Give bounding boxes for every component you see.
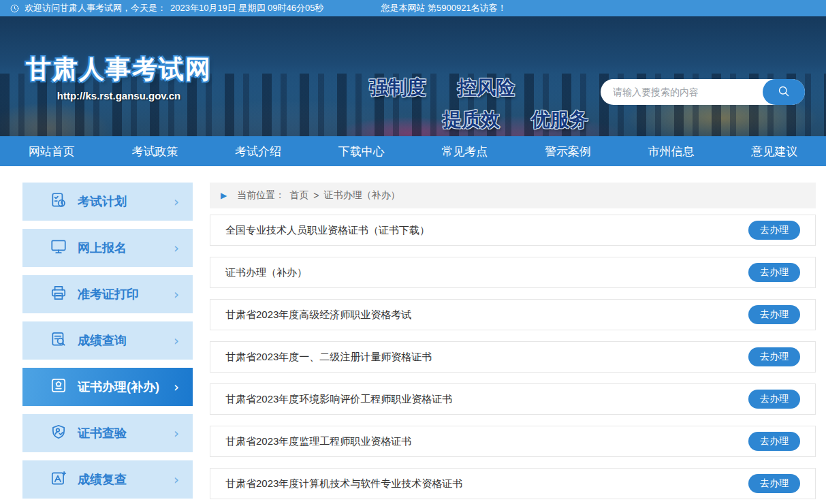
sidebar-item-label: 考试计划: [78, 193, 127, 210]
go-handle-button[interactable]: 去办理: [748, 305, 800, 324]
sidebar-item-exam-plan[interactable]: 考试计划 ›: [22, 183, 193, 221]
chevron-right-icon: ›: [174, 425, 179, 441]
go-handle-button[interactable]: 去办理: [748, 390, 800, 409]
sidebar-item-online-registration[interactable]: 网上报名 ›: [22, 229, 193, 267]
chevron-right-icon: ›: [174, 240, 179, 256]
current-datetime: 2023年10月19日 星期四 09时46分05秒: [170, 2, 323, 14]
search-icon: [777, 84, 791, 100]
content-area: 考试计划 › 网上报名 › 准考证打印 ›: [0, 166, 826, 499]
welcome-text: 欢迎访问甘肃人事考试网，今天是：: [25, 2, 166, 14]
list-item: 证书办理（补办） 去办理: [210, 257, 816, 288]
site-header: 甘肃人事考试网 http://ks.rst.gansu.gov.cn 强制度 控…: [0, 16, 826, 136]
sidebar-item-score-query[interactable]: 成绩查询 ›: [22, 321, 193, 360]
sidebar-item-label: 成绩查询: [78, 332, 127, 349]
sidebar-item-admission-ticket-print[interactable]: 准考证打印 ›: [22, 275, 193, 313]
certificate-icon: [50, 377, 67, 398]
sidebar-item-score-recheck[interactable]: 成绩复查 ›: [22, 460, 193, 499]
breadcrumb-prefix: 当前位置：: [237, 189, 285, 202]
list-item-title: 甘肃省2023年度一、二级注册计量师资格证书: [225, 351, 432, 364]
search-bar: [601, 79, 805, 105]
list-item-title: 证书办理（补办）: [225, 266, 307, 279]
nav-item-exam-policy[interactable]: 考试政策: [104, 136, 207, 166]
sidebar-item-label: 网上报名: [78, 240, 127, 256]
chevron-right-icon: ›: [174, 332, 179, 349]
banner-slogan: 强制度 控风险 提质效 优服务: [369, 75, 614, 133]
list-item-title: 甘肃省2023年度计算机技术与软件专业技术资格证书: [225, 477, 462, 490]
score-query-icon: [50, 330, 67, 351]
nav-item-warning-cases[interactable]: 警示案例: [516, 136, 620, 166]
exam-plan-icon: [50, 191, 67, 212]
site-name: 甘肃人事考试网: [26, 56, 212, 84]
sidebar-item-label: 证书办理(补办): [78, 379, 159, 395]
printer-icon: [50, 284, 67, 305]
list-item: 全国专业技术人员职业资格证书（证书下载） 去办理: [210, 215, 816, 246]
go-handle-button[interactable]: 去办理: [748, 263, 800, 282]
list-item-title: 全国专业技术人员职业资格证书（证书下载）: [225, 224, 430, 237]
sidebar-item-label: 证书查验: [78, 425, 127, 441]
site-url: http://ks.rst.gansu.gov.cn: [26, 90, 212, 101]
slogan-phrase: 强制度: [369, 75, 426, 101]
nav-item-download-center[interactable]: 下载中心: [310, 136, 413, 166]
chevron-right-icon: ›: [174, 286, 179, 302]
sidebar-item-label: 成绩复查: [78, 471, 127, 488]
breadcrumb-arrow-icon: ▶: [221, 191, 227, 200]
list-item: 甘肃省2023年度计算机技术与软件专业技术资格证书 去办理: [210, 468, 816, 499]
list-item: 甘肃省2023年度监理工程师职业资格证书 去办理: [210, 426, 816, 457]
online-registration-icon: [50, 238, 67, 259]
chevron-right-icon: ›: [174, 379, 179, 395]
search-button[interactable]: [763, 79, 805, 105]
nav-item-city-info[interactable]: 市州信息: [620, 136, 723, 166]
chevron-right-icon: ›: [174, 193, 179, 210]
go-handle-button[interactable]: 去办理: [748, 347, 800, 366]
score-recheck-icon: [50, 469, 67, 490]
list-item-title: 甘肃省2023年度环境影响评价工程师职业资格证书: [225, 393, 452, 406]
sidebar-item-label: 准考证打印: [78, 286, 139, 302]
slogan-phrase: 控风险: [458, 75, 515, 101]
list-item: 甘肃省2023年度高级经济师职业资格考试 去办理: [210, 299, 816, 330]
nav-item-common-sites[interactable]: 常见考点: [413, 136, 517, 166]
search-input[interactable]: [601, 86, 763, 97]
visitor-counter: 您是本网站 第5900921名访客！: [381, 2, 506, 14]
nav-item-home[interactable]: 网站首页: [0, 136, 104, 166]
breadcrumb-home-link[interactable]: 首页: [289, 189, 308, 202]
go-handle-button[interactable]: 去办理: [748, 221, 800, 240]
certificate-list: 全国专业技术人员职业资格证书（证书下载） 去办理 证书办理（补办） 去办理 甘肃…: [210, 215, 816, 499]
certificate-verify-icon: [50, 423, 67, 444]
sidebar-item-certificate-verify[interactable]: 证书查验 ›: [22, 414, 193, 452]
nav-item-feedback[interactable]: 意见建议: [722, 136, 826, 166]
nav-item-exam-intro[interactable]: 考试介绍: [206, 136, 310, 166]
breadcrumb-separator: >: [313, 190, 319, 201]
breadcrumb-current: 证书办理（补办）: [323, 189, 400, 202]
list-item: 甘肃省2023年度一、二级注册计量师资格证书 去办理: [210, 341, 816, 373]
chevron-right-icon: ›: [174, 471, 179, 488]
topbar: 欢迎访问甘肃人事考试网，今天是： 2023年10月19日 星期四 09时46分0…: [0, 0, 826, 16]
go-handle-button[interactable]: 去办理: [748, 432, 800, 451]
sidebar: 考试计划 › 网上报名 › 准考证打印 ›: [22, 183, 193, 499]
main-nav: 网站首页 考试政策 考试介绍 下载中心 常见考点 警示案例 市州信息 意见建议: [0, 136, 826, 166]
site-logo[interactable]: 甘肃人事考试网 http://ks.rst.gansu.gov.cn: [26, 56, 212, 101]
list-item-title: 甘肃省2023年度监理工程师职业资格证书: [225, 435, 411, 448]
list-item: 甘肃省2023年度环境影响评价工程师职业资格证书 去办理: [210, 383, 816, 415]
go-handle-button[interactable]: 去办理: [748, 474, 800, 493]
slogan-phrase: 优服务: [531, 107, 588, 133]
clock-icon: [10, 3, 20, 14]
breadcrumb: ▶ 当前位置： 首页 > 证书办理（补办）: [210, 183, 816, 208]
sidebar-item-certificate-service[interactable]: 证书办理(补办) ›: [22, 368, 193, 406]
main-panel: ▶ 当前位置： 首页 > 证书办理（补办） 全国专业技术人员职业资格证书（证书下…: [210, 183, 816, 499]
list-item-title: 甘肃省2023年度高级经济师职业资格考试: [225, 309, 411, 321]
slogan-phrase: 提质效: [443, 107, 500, 133]
